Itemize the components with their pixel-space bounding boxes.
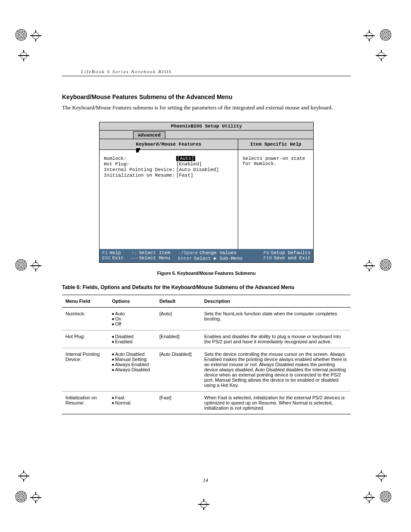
enter-label: Select ▶ Sub-Menu <box>194 256 242 261</box>
bios-row-pointing: Internal Pointing Device: [Auto Disabled… <box>104 167 234 172</box>
minusspace-key: -/Space <box>178 250 198 255</box>
print-crosshair <box>30 30 47 47</box>
f9-label: Setup Defaults <box>271 250 311 255</box>
section-title: Keyboard/Mouse Features Submenu of the A… <box>62 93 351 100</box>
col-options: Options <box>109 295 156 307</box>
cell-field: Numlock: <box>62 307 109 330</box>
col-menu-field: Menu Field <box>62 295 109 307</box>
leftright-label: Select Menu <box>139 255 170 261</box>
option-item: On <box>112 316 153 321</box>
bios-title: PhoenixBIOS Setup Utility <box>100 122 313 131</box>
bios-screenshot: PhoenixBIOS Setup Utility Advanced Keybo… <box>99 122 314 263</box>
cell-description: Enables and disables the ability to plug… <box>201 330 351 348</box>
col-description: Description <box>201 295 351 307</box>
esc-label: Exit <box>112 255 124 261</box>
bios-right-header: Item Specific Help <box>238 139 313 150</box>
print-crosshair <box>198 499 215 516</box>
option-item: Disabled <box>112 334 153 339</box>
f1-key: F1 <box>102 250 108 255</box>
bios-row-init: Initialization on Resume: [Fast] <box>104 173 234 178</box>
bios-value: [Auto Disabled] <box>176 167 219 172</box>
updown-key: ↑↓ <box>131 250 137 255</box>
option-item: Always Disabled <box>112 367 153 372</box>
option-item: Manual Setting <box>112 357 153 362</box>
option-item: Normal <box>112 400 153 405</box>
print-crosshair <box>30 492 47 509</box>
page-number: 14 <box>0 477 411 484</box>
table-row: Initialization on Resume: Fast Normal[Fa… <box>62 391 351 414</box>
cell-description: Sets the NumLock function state when the… <box>201 307 351 330</box>
spec-table: Menu Field Options Default Description N… <box>62 295 351 414</box>
cell-default: [Enabled] <box>156 330 201 348</box>
updown-label: Select Item <box>139 250 170 255</box>
cell-field: Internal Pointing Device: <box>62 348 109 391</box>
f10-key: F10 <box>263 255 272 261</box>
option-item: Enabled <box>112 339 153 344</box>
cell-description: When Fast is selected, initialization fo… <box>201 391 351 414</box>
table-row: Internal Pointing Device: Auto Disabled … <box>62 348 351 391</box>
figure-caption: Figure 6. Keyboard/Mouse Features Submen… <box>62 271 351 276</box>
bios-row-hotplug: Hot Plug: [Enabled] <box>104 162 234 167</box>
print-mark <box>379 258 396 276</box>
cell-options: Disabled Enabled <box>109 330 156 348</box>
bios-footer: F1Help ESCExit ↑↓Select Item ←→Select Me… <box>100 249 313 262</box>
table-header-row: Menu Field Options Default Description <box>62 295 351 307</box>
cell-options: Auto Disabled Manual Setting Always Enab… <box>109 348 156 391</box>
cell-options: Fast Normal <box>109 391 156 414</box>
print-crosshair <box>364 30 381 47</box>
table-row: Hot Plug: Disabled Enabled[Enabled]Enabl… <box>62 330 351 348</box>
option-item: Off <box>112 321 153 327</box>
bios-label: Numlock: <box>104 156 176 161</box>
f1-label: Help <box>109 250 121 255</box>
option-item: Fast <box>112 395 153 400</box>
option-item: Always Enabled <box>112 362 153 367</box>
running-header: LifeBook S Series Notebook BIOS <box>62 69 351 76</box>
print-mark <box>15 490 32 507</box>
bios-label: Hot Plug: <box>104 162 176 167</box>
print-mark <box>379 28 396 46</box>
bios-value: [Enabled] <box>176 162 202 167</box>
bios-value: [Fast] <box>176 173 193 178</box>
option-item: Auto Disabled <box>112 352 153 357</box>
minusspace-label: Change Values <box>199 250 237 255</box>
option-item: Auto <box>112 311 153 316</box>
print-crosshair <box>364 492 381 509</box>
cell-default: [Auto Disabled] <box>156 348 201 391</box>
cell-field: Initialization on Resume: <box>62 391 109 414</box>
bios-help-pane: Selects power-on state for Numlock. <box>238 150 313 249</box>
table-caption: Table 6: Fields, Options and Defaults fo… <box>62 284 351 290</box>
bios-row-numlock: Numlock: [Auto] <box>104 156 234 161</box>
print-mark <box>15 28 32 46</box>
bios-label: Internal Pointing Device: <box>104 167 176 172</box>
print-crosshair <box>18 50 35 67</box>
print-crosshair <box>364 260 381 277</box>
print-mark <box>379 490 396 507</box>
print-crosshair <box>30 260 47 277</box>
table-row: Numlock: Auto On Off[Auto]Sets the NumLo… <box>62 307 351 330</box>
cell-description: Sets the device controlling the mouse cu… <box>201 348 351 391</box>
print-crosshair <box>376 50 393 67</box>
f9-key: F9 <box>263 250 269 255</box>
leftright-key: ←→ <box>131 255 137 261</box>
bios-tab-row: Advanced <box>100 131 313 139</box>
bios-left-header: Keyboard/Mouse Features <box>100 139 238 150</box>
bios-value-selected: [Auto] <box>176 156 195 161</box>
cell-default: [Auto] <box>156 307 201 330</box>
bios-settings-pane: Numlock: [Auto] Hot Plug: [Enabled] Inte… <box>100 150 238 249</box>
header-wedge-icon <box>136 148 140 152</box>
enter-key: Enter <box>178 256 192 261</box>
col-default: Default <box>156 295 201 307</box>
intro-paragraph: The Keyboard/Mouse Features submenu is f… <box>62 104 351 112</box>
bios-label: Initialization on Resume: <box>104 173 176 178</box>
print-mark <box>15 258 32 276</box>
f10-label: Save and Exit <box>274 255 311 261</box>
cell-options: Auto On Off <box>109 307 156 330</box>
esc-key: ESC <box>102 255 111 261</box>
cell-field: Hot Plug: <box>62 330 109 348</box>
cell-default: [Fast] <box>156 391 201 414</box>
bios-tab-advanced: Advanced <box>133 131 165 139</box>
